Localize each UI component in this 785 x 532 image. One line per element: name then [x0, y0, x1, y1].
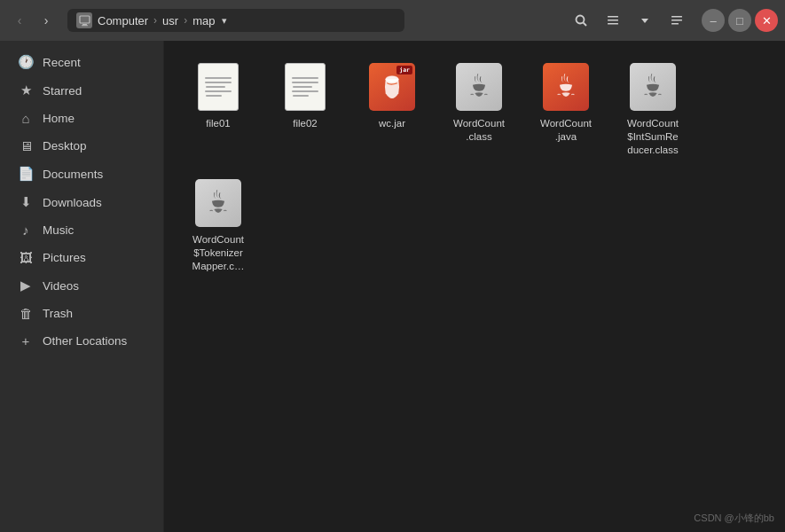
sidebar-label-music: Music [43, 223, 74, 237]
file-icon-wordcount-intsum [628, 62, 678, 112]
file-grid: file01 file02 jar wc.jar [178, 55, 771, 280]
svg-rect-0 [80, 16, 90, 23]
sidebar-label-recent: Recent [43, 56, 81, 69]
sidebar-item-downloads[interactable]: ⬇Downloads [4, 188, 160, 216]
file-item-wc-jar[interactable]: jar wc.jar [352, 55, 432, 164]
forward-button[interactable]: › [34, 8, 59, 33]
watermark: CSDN @小锋的bb [694, 512, 774, 525]
sidebar-item-other-locations[interactable]: +Other Locations [4, 327, 160, 355]
file-label-file02: file02 [293, 117, 318, 130]
file-icon-file02 [280, 62, 330, 112]
desktop-icon: 🖥 [18, 138, 34, 153]
minimize-button[interactable]: – [702, 9, 725, 32]
music-icon: ♪ [18, 223, 34, 238]
home-icon: ⌂ [18, 111, 34, 126]
svg-rect-2 [82, 25, 88, 26]
file-item-wordcount-intsum[interactable]: WordCount $IntSumRe ducer.class [613, 55, 693, 164]
sidebar-label-home: Home [43, 112, 75, 125]
menu-button[interactable] [663, 6, 691, 35]
toolbar-actions [567, 6, 691, 35]
sidebar-label-other-locations: Other Locations [43, 334, 127, 348]
file-icon-wordcount-java [541, 62, 591, 112]
sidebar-label-documents: Documents [43, 168, 103, 181]
file-item-wordcount-java[interactable]: WordCount .java [526, 55, 606, 164]
file-label-wordcount-java: WordCount .java [540, 117, 592, 144]
svg-rect-10 [671, 20, 682, 21]
file-item-wordcount-tokenizer[interactable]: WordCount $Tokenizer Mapper.c… [178, 171, 258, 280]
file-icon-wordcount-class [454, 62, 504, 112]
sidebar-label-pictures: Pictures [43, 251, 86, 264]
file-area: file01 file02 jar wc.jar [164, 41, 785, 532]
videos-icon: ▶ [18, 278, 34, 293]
sidebar-item-home[interactable]: ⌂Home [4, 105, 160, 132]
file-icon-wc-jar: jar [367, 62, 417, 112]
svg-rect-11 [671, 23, 679, 25]
sidebar-item-music[interactable]: ♪Music [4, 216, 160, 244]
window-controls: – □ ✕ [702, 9, 778, 32]
file-label-wc-jar: wc.jar [379, 117, 405, 130]
file-icon-file01 [193, 62, 243, 112]
sidebar-label-starred: Starred [43, 84, 82, 98]
search-button[interactable] [567, 6, 595, 35]
maximize-button[interactable]: □ [728, 9, 751, 32]
breadcrumb-map[interactable]: map [192, 14, 215, 27]
location-computer-icon [76, 12, 92, 28]
breadcrumb-usr[interactable]: usr [162, 14, 178, 27]
svg-rect-5 [608, 16, 618, 18]
file-item-file01[interactable]: file01 [178, 55, 258, 164]
sidebar: 🕐Recent★Starred⌂Home🖥Desktop📄Documents⬇D… [0, 41, 164, 532]
file-label-file01: file01 [206, 117, 231, 130]
starred-icon: ★ [18, 82, 34, 98]
sidebar-item-videos[interactable]: ▶Videos [4, 271, 160, 300]
sidebar-item-recent[interactable]: 🕐Recent [4, 48, 160, 76]
svg-rect-9 [671, 16, 682, 18]
svg-marker-8 [641, 19, 648, 23]
pictures-icon: 🖼 [18, 250, 34, 265]
recent-icon: 🕐 [18, 54, 34, 70]
sidebar-item-trash[interactable]: 🗑Trash [4, 300, 160, 327]
breadcrumb-computer[interactable]: Computer [98, 14, 148, 27]
file-item-wordcount-class[interactable]: WordCount .class [439, 55, 519, 164]
sidebar-label-desktop: Desktop [43, 139, 87, 153]
file-label-wordcount-class: WordCount .class [453, 117, 505, 144]
sidebar-label-downloads: Downloads [43, 196, 102, 209]
documents-icon: 📄 [18, 166, 34, 182]
sidebar-item-starred[interactable]: ★Starred [4, 76, 160, 105]
svg-point-3 [577, 16, 585, 24]
downloads-icon: ⬇ [18, 194, 34, 210]
back-button[interactable]: ‹ [7, 8, 32, 33]
sidebar-item-documents[interactable]: 📄Documents [4, 160, 160, 188]
location-bar[interactable]: Computer › usr › map ▾ [67, 9, 404, 32]
file-label-wordcount-intsum: WordCount $IntSumRe ducer.class [627, 117, 679, 157]
main-layout: 🕐Recent★Starred⌂Home🖥Desktop📄Documents⬇D… [0, 41, 785, 532]
svg-rect-7 [608, 23, 618, 25]
breadcrumb-dropdown[interactable]: ▾ [222, 15, 227, 27]
file-icon-wordcount-tokenizer [193, 178, 243, 228]
file-label-wordcount-tokenizer: WordCount $Tokenizer Mapper.c… [192, 233, 245, 273]
file-item-file02[interactable]: file02 [265, 55, 345, 164]
trash-icon: 🗑 [18, 306, 34, 321]
nav-buttons: ‹ › [7, 8, 59, 33]
close-button[interactable]: ✕ [755, 9, 778, 32]
view-list-button[interactable] [599, 6, 627, 35]
view-dropdown-button[interactable] [631, 6, 659, 35]
sidebar-item-desktop[interactable]: 🖥Desktop [4, 132, 160, 160]
titlebar: ‹ › Computer › usr › map ▾ [0, 0, 785, 41]
sidebar-item-pictures[interactable]: 🖼Pictures [4, 244, 160, 271]
sidebar-label-trash: Trash [43, 307, 73, 320]
svg-line-4 [584, 23, 587, 27]
svg-rect-6 [608, 20, 618, 21]
sidebar-label-videos: Videos [43, 279, 79, 293]
other-locations-icon: + [18, 333, 34, 348]
